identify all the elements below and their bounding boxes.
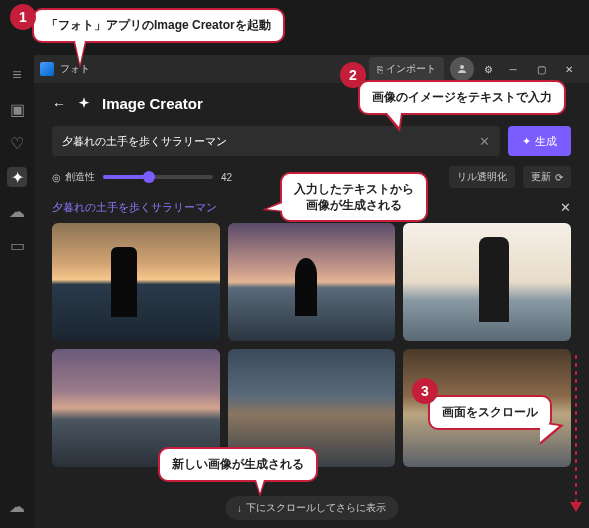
- sidebar-cloud-icon[interactable]: ☁: [7, 496, 27, 516]
- generate-label: 生成: [535, 134, 557, 149]
- app-sidebar: ≡ ▣ ♡ ✦ ☁ ▭ ☁: [0, 55, 34, 528]
- refresh-icon: ⟳: [555, 172, 563, 183]
- callout-tail: [74, 36, 86, 64]
- callout: 新しい画像が生成される: [158, 447, 318, 482]
- callout: 「フォト」アプリのImage Creatorを起動: [32, 8, 285, 43]
- creativity-label: 創造性: [65, 170, 95, 184]
- creativity-slider[interactable]: [103, 175, 213, 179]
- sidebar-menu-icon[interactable]: ≡: [7, 65, 27, 85]
- callout-number: 3: [412, 378, 438, 404]
- sidebar-favorites-icon[interactable]: ♡: [7, 133, 27, 153]
- sidebar-gallery-icon[interactable]: ▣: [7, 99, 27, 119]
- app-icon: [40, 62, 54, 76]
- callout-tail: [254, 473, 266, 493]
- import-icon: ⎘: [377, 64, 383, 75]
- gear-icon: ⚙: [484, 64, 493, 75]
- close-results-button[interactable]: ✕: [560, 200, 571, 215]
- image-grid: [52, 223, 571, 467]
- scroll-more-button[interactable]: ↓ 下にスクロールしてさらに表示: [225, 496, 398, 520]
- sparkle-icon: [76, 96, 92, 112]
- results-label: 夕暮れの土手を歩くサラリーマン: [52, 200, 217, 215]
- settings-button[interactable]: ⚙: [478, 57, 499, 81]
- creativity-label-wrap: ◎ 創造性: [52, 170, 95, 184]
- generated-image[interactable]: [52, 223, 220, 341]
- arrow-down-icon: ↓: [237, 503, 242, 514]
- titlebar: フォト ⎘ インポート ⚙ ─ ▢ ✕: [34, 55, 589, 83]
- maximize-button[interactable]: ▢: [527, 57, 555, 81]
- target-icon: ◎: [52, 172, 61, 183]
- callout-tail: [540, 423, 559, 442]
- clear-input-button[interactable]: ✕: [479, 134, 490, 149]
- svg-point-0: [460, 65, 464, 69]
- callout-number: 2: [340, 62, 366, 88]
- generated-image[interactable]: [228, 223, 396, 341]
- page-title: Image Creator: [102, 95, 203, 112]
- sparkle-icon: ✦: [522, 135, 531, 148]
- callout: 入力したテキストから 画像が生成される: [280, 172, 428, 222]
- scroll-arrow-annotation: [569, 355, 583, 510]
- refresh-button[interactable]: 更新 ⟳: [523, 166, 571, 188]
- sidebar-creator-icon[interactable]: ✦: [7, 167, 27, 187]
- transparency-button[interactable]: リル透明化: [449, 166, 515, 188]
- generated-image[interactable]: [403, 223, 571, 341]
- minimize-button[interactable]: ─: [499, 57, 527, 81]
- creativity-value: 42: [221, 172, 232, 183]
- callout-tail: [267, 202, 285, 211]
- prompt-input[interactable]: [62, 135, 479, 147]
- callout: 画面をスクロール: [428, 395, 552, 430]
- generate-button[interactable]: ✦ 生成: [508, 126, 571, 156]
- slider-thumb[interactable]: [143, 171, 155, 183]
- refresh-label: 更新: [531, 170, 551, 184]
- import-button[interactable]: ⎘ インポート: [369, 57, 444, 81]
- callout-tail: [381, 106, 402, 127]
- user-button[interactable]: [450, 57, 474, 81]
- prompt-input-wrap[interactable]: ✕: [52, 126, 500, 156]
- import-label: インポート: [386, 62, 436, 76]
- close-button[interactable]: ✕: [555, 57, 583, 81]
- back-button[interactable]: ←: [52, 96, 66, 112]
- prompt-row: ✕ ✦ 生成: [52, 126, 571, 156]
- sidebar-folder-icon[interactable]: ▭: [7, 235, 27, 255]
- callout-number: 1: [10, 4, 36, 30]
- sidebar-onedrive-icon[interactable]: ☁: [7, 201, 27, 221]
- app-title: フォト: [60, 62, 369, 76]
- scroll-more-label: 下にスクロールしてさらに表示: [246, 501, 386, 515]
- user-icon: [456, 63, 468, 75]
